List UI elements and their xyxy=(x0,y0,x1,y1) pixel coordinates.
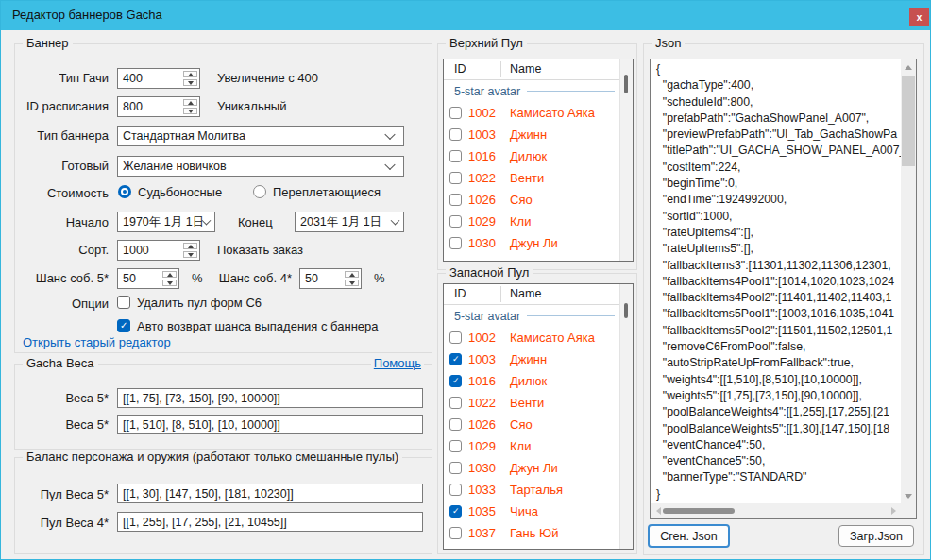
list-item[interactable]: 1029Кли xyxy=(444,211,620,232)
close-button[interactable]: x xyxy=(909,8,929,26)
scrollbar-thumb[interactable] xyxy=(624,75,628,93)
item-id: 1029 xyxy=(468,214,503,229)
list-item[interactable]: 1002Камисато Аяка xyxy=(444,102,620,124)
item-checkbox[interactable] xyxy=(449,484,462,496)
item-name: Джинн xyxy=(510,127,547,142)
begin-date-picker[interactable]: 1970年 1月 1日 xyxy=(117,212,215,232)
remove-c6-checkbox-label[interactable]: Удалить пул форм С6 xyxy=(137,296,262,310)
list-item[interactable]: 1003Джинн xyxy=(444,124,620,145)
item-checkbox[interactable] xyxy=(449,397,462,409)
list-item[interactable]: 1026Сяо xyxy=(444,189,620,211)
list-item[interactable]: 1022Венти xyxy=(444,392,620,414)
scroll-right-icon[interactable] xyxy=(886,503,901,518)
list-item[interactable]: 1035Чича xyxy=(444,501,620,522)
list-item[interactable]: 1033Тарталья xyxy=(444,479,620,501)
cost-radio-fate-label[interactable]: Судьбоносные xyxy=(138,185,222,199)
list-item[interactable]: 1038Альбедо xyxy=(444,544,620,549)
pool-weights4-input[interactable]: [[1, 255], [17, 255], [21, 10455]] xyxy=(117,512,423,532)
upper-pool-scrollbar[interactable] xyxy=(619,59,633,261)
list-item[interactable]: 1022Венти xyxy=(444,167,620,189)
spin-down-icon[interactable] xyxy=(345,280,359,286)
item-checkbox[interactable] xyxy=(449,128,462,141)
chance4-input[interactable]: 50 xyxy=(299,268,362,289)
item-id: 1026 xyxy=(468,193,503,207)
item-checkbox[interactable] xyxy=(449,462,462,474)
fallback-pool-list[interactable]: ID Name 5-star avatar 1002Камисато Аяка1… xyxy=(443,283,634,550)
banner-group-label: Баннер xyxy=(23,36,73,50)
spin-down-icon[interactable] xyxy=(162,280,177,286)
list-item[interactable]: 1002Камисато Аяка xyxy=(444,327,620,348)
cost-radio-intertwined-label[interactable]: Переплетающиеся xyxy=(273,185,381,199)
json-vertical-scrollbar[interactable] xyxy=(901,59,916,503)
banner-group: Баннер Тип Гачи 400 Увеличение с 400 ID … xyxy=(14,43,432,353)
schedule-id-input[interactable]: 800 xyxy=(117,96,200,117)
scroll-down-icon[interactable] xyxy=(901,488,916,503)
item-checkbox[interactable] xyxy=(449,215,462,228)
spin-up-icon[interactable] xyxy=(183,243,197,249)
auto-strip-checkbox[interactable] xyxy=(117,319,130,332)
list-item[interactable]: 1003Джинн xyxy=(444,348,620,370)
item-checkbox[interactable] xyxy=(449,353,462,365)
spin-up-icon[interactable] xyxy=(183,71,197,77)
list-item[interactable]: 1030Джун Ли xyxy=(444,457,620,479)
item-checkbox[interactable] xyxy=(449,237,462,249)
spin-down-icon[interactable] xyxy=(183,251,197,258)
banner-type-label: Тип баннера xyxy=(15,128,109,143)
upper-pool-group-label: Верхний Пул xyxy=(446,36,527,50)
item-checkbox[interactable] xyxy=(449,194,462,206)
item-id: 1026 xyxy=(468,417,503,432)
item-checkbox[interactable] xyxy=(449,505,462,518)
item-checkbox[interactable] xyxy=(449,418,462,431)
banner-type-select[interactable]: Стандартная Молитва xyxy=(117,126,404,146)
fallback-pool-scrollbar[interactable] xyxy=(619,284,633,549)
help-link[interactable]: Помощь xyxy=(371,356,424,370)
list-item[interactable]: 1037Гань Юй xyxy=(444,522,620,544)
spin-down-icon[interactable] xyxy=(183,108,197,114)
item-name: Гань Юй xyxy=(510,526,559,540)
item-checkbox[interactable] xyxy=(449,375,462,387)
generate-json-button[interactable]: Сген. Json xyxy=(648,524,730,548)
list-item[interactable]: 1016Дилюк xyxy=(444,145,620,167)
sort-hint: Показать заказ xyxy=(217,243,303,257)
sort-input[interactable]: 1000 xyxy=(117,240,200,261)
auto-strip-checkbox-label[interactable]: Авто возврат шанса выпадения с баннера xyxy=(137,319,379,333)
item-checkbox[interactable] xyxy=(449,107,462,119)
end-date-picker[interactable]: 2031年 1月 1日 xyxy=(295,212,404,232)
json-horizontal-scrollbar[interactable] xyxy=(651,503,901,518)
open-old-editor-link[interactable]: Открыть старый редактор xyxy=(23,335,171,349)
cost-radio-intertwined[interactable] xyxy=(253,185,266,198)
list-item[interactable]: 1026Сяо xyxy=(444,414,620,435)
scrollbar-thumb[interactable] xyxy=(663,508,735,514)
load-json-button[interactable]: Загр.Json xyxy=(838,525,914,547)
spin-up-icon[interactable] xyxy=(162,271,177,278)
list-item[interactable]: 1016Дилюк xyxy=(444,370,620,392)
weights4-input[interactable]: [[1, 510], [8, 510], [10, 10000]] xyxy=(117,415,423,434)
item-checkbox[interactable] xyxy=(449,172,462,184)
chance5-input[interactable]: 50 xyxy=(117,268,179,289)
remove-c6-checkbox[interactable] xyxy=(117,296,130,309)
list-item[interactable]: 1030Джун Ли xyxy=(444,232,620,254)
spin-down-icon[interactable] xyxy=(183,79,197,86)
preset-select[interactable]: Желание новичков xyxy=(117,156,404,177)
gacha-type-input[interactable]: 400 xyxy=(117,68,200,89)
section-label: 5-star avatar xyxy=(454,85,520,98)
weights5-input[interactable]: [[1, 75], [73, 150], [90, 10000]] xyxy=(117,388,423,408)
spin-up-icon[interactable] xyxy=(183,99,197,106)
chance4-spinner xyxy=(344,270,360,287)
scroll-up-icon[interactable] xyxy=(901,59,916,75)
json-textarea[interactable]: { "gachaType":400, "scheduleId":800, "pr… xyxy=(650,59,917,519)
scrollbar-thumb[interactable] xyxy=(902,76,915,166)
json-text[interactable]: { "gachaType":400, "scheduleId":800, "pr… xyxy=(651,59,901,503)
item-name: Дилюк xyxy=(510,149,547,163)
item-checkbox[interactable] xyxy=(449,150,462,162)
pool-weights5-input[interactable]: [[1, 30], [147, 150], [181, 10230]] xyxy=(117,484,423,503)
item-checkbox[interactable] xyxy=(449,440,462,452)
spin-up-icon[interactable] xyxy=(345,271,359,278)
item-checkbox[interactable] xyxy=(449,331,462,344)
list-item[interactable]: 1029Кли xyxy=(444,435,620,457)
fallback-pool-group: Запасной Пул ID Name 5-star avatar 1002К… xyxy=(437,273,637,554)
cost-radio-fate[interactable] xyxy=(118,185,131,198)
upper-pool-list[interactable]: ID Name 5-star avatar 1002Камисато Аяка1… xyxy=(443,59,634,262)
scrollbar-thumb[interactable] xyxy=(624,303,628,318)
item-checkbox[interactable] xyxy=(449,527,462,539)
